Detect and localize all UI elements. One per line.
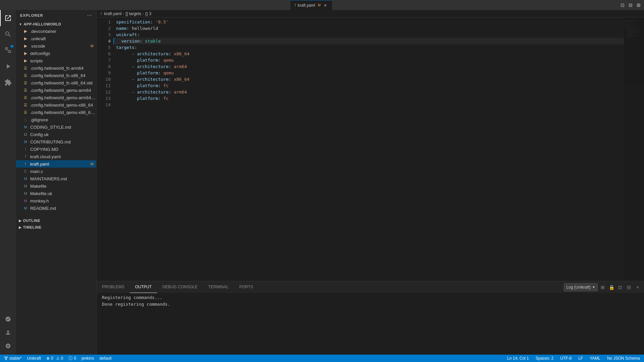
status-info-icon: ⓘ bbox=[68, 356, 72, 361]
tree-item-config-fc-x86-old[interactable]: ☰ .config.helloworld_fc-x86_64.old bbox=[16, 79, 96, 86]
outline-chevron: ▶ bbox=[19, 219, 22, 223]
tree-item-makefile-uk[interactable]: M Makefile.uk bbox=[16, 190, 96, 197]
status-bar: stable* Unikraft ⊗ 0 ⚠ 0 ⓘ 0 jenkins def… bbox=[0, 355, 644, 362]
status-spaces[interactable]: Spaces: 2 bbox=[534, 355, 555, 362]
file-icon: ☰ bbox=[23, 73, 28, 78]
tree-item-label: Makefile bbox=[30, 184, 96, 189]
status-errors[interactable]: ⊗ 0 ⚠ 0 bbox=[45, 355, 64, 362]
file-icon: M bbox=[23, 183, 28, 189]
status-position[interactable]: Ln 14, Col 1 bbox=[506, 355, 530, 362]
activity-item-account[interactable] bbox=[0, 326, 16, 339]
tab-kraft-yaml[interactable]: ! kraft.yaml M × bbox=[290, 0, 332, 10]
sidebar-more-icon[interactable]: ··· bbox=[87, 13, 92, 18]
tree-item-vscode[interactable]: ▶ .vscode M bbox=[16, 42, 96, 50]
code-line-2: name: helloworld bbox=[113, 25, 624, 32]
tree-item-label: monkey.h bbox=[30, 198, 96, 203]
tab-close-button[interactable]: × bbox=[323, 3, 328, 8]
tree-item-readme[interactable]: M README.md bbox=[16, 204, 96, 212]
file-icon: ◌ bbox=[23, 117, 28, 122]
status-language[interactable]: YAML bbox=[588, 355, 602, 362]
status-unikraft[interactable]: Unikraft bbox=[26, 355, 42, 362]
vscode-badge: M bbox=[91, 44, 94, 48]
tree-item-scripts[interactable]: ▶ scripts bbox=[16, 57, 96, 64]
tree-item-config-qemu-arm64-old[interactable]: ☰ .config.helloworld_qemu-arm64.old bbox=[16, 94, 96, 101]
status-jenkins[interactable]: jenkins bbox=[80, 355, 95, 362]
file-icon: ☰ bbox=[23, 102, 28, 108]
tree-item-label: kraft.yaml bbox=[30, 162, 91, 167]
status-branch[interactable]: stable* bbox=[3, 355, 23, 362]
activity-item-source-control[interactable] bbox=[0, 42, 16, 58]
maximize-icon[interactable]: ⊞ bbox=[636, 2, 641, 8]
status-json-schema[interactable]: No JSON Schema bbox=[606, 355, 641, 362]
tree-item-copying[interactable]: ! COPYING.MD bbox=[16, 145, 96, 153]
panel: PROBLEMS OUTPUT DEBUG CONSOLE TERMINAL P… bbox=[97, 281, 644, 355]
activity-item-explorer[interactable] bbox=[0, 10, 16, 26]
tree-item-kraft-cloud-yaml[interactable]: ! kraft.cloud.yaml bbox=[16, 153, 96, 160]
tree-item-label: .devcontainer bbox=[30, 29, 96, 34]
panel-grid-icon[interactable]: ⊞ bbox=[599, 284, 606, 291]
activity-item-settings[interactable] bbox=[0, 340, 16, 352]
panel-lock-icon[interactable]: 🔒 bbox=[608, 284, 615, 291]
status-jenkins-text: jenkins bbox=[82, 356, 94, 361]
folder-icon: ▶ bbox=[23, 28, 28, 34]
tree-item-label: .config.helloworld_fc-x86_64 bbox=[30, 73, 96, 78]
breadcrumb-file: ! kraft.yaml bbox=[101, 11, 121, 16]
status-bar-left: stable* Unikraft ⊗ 0 ⚠ 0 ⓘ 0 jenkins def… bbox=[3, 355, 113, 362]
panel-maximize-icon[interactable]: ⊟ bbox=[625, 284, 633, 291]
tree-item-maintainers[interactable]: M MAINTAINERS.md bbox=[16, 175, 96, 182]
panel-tab-problems[interactable]: PROBLEMS bbox=[97, 281, 130, 293]
tree-item-kraft-yaml[interactable]: ! kraft.yaml M bbox=[16, 160, 96, 168]
panel-tab-ports[interactable]: PORTS bbox=[234, 281, 258, 293]
tree-item-coding-style[interactable]: M CODING_STYLE.md bbox=[16, 123, 96, 131]
file-icon: M bbox=[23, 124, 28, 130]
tree-item-config-uk[interactable]: U Config.uk bbox=[16, 131, 96, 138]
tree-item-config-qemu-x86[interactable]: ☰ .config.helloworld_qemu-x86_64 bbox=[16, 101, 96, 109]
status-eol[interactable]: LF bbox=[577, 355, 584, 362]
status-info-count: 0 bbox=[74, 356, 76, 361]
tree-item-unikraft[interactable]: ▶ .unikraft bbox=[16, 35, 96, 42]
tree-item-makefile[interactable]: M Makefile bbox=[16, 182, 96, 190]
tree-item-label: .config.helloworld_fc-arm64 bbox=[30, 66, 96, 71]
panel-popout-icon[interactable]: ⊡ bbox=[616, 284, 624, 291]
tree-item-config-fc-x86[interactable]: ☰ .config.helloworld_fc-x86_64 bbox=[16, 72, 96, 79]
log-dropdown[interactable]: Log (Unikraft) ▼ bbox=[564, 283, 598, 291]
file-icon: ☰ bbox=[23, 110, 28, 115]
code-line-10: - architecture: x86_64 bbox=[113, 76, 624, 82]
panel-tab-right: Log (Unikraft) ▼ ⊞ 🔒 ⊡ ⊟ × bbox=[564, 283, 644, 291]
panel-tab-terminal[interactable]: TERMINAL bbox=[203, 281, 234, 293]
file-icon: ☰ bbox=[23, 87, 28, 93]
status-default[interactable]: default bbox=[98, 355, 113, 362]
code-line-5: targets: bbox=[113, 44, 624, 51]
activity-item-remote[interactable] bbox=[0, 313, 16, 325]
activity-item-search[interactable] bbox=[0, 26, 16, 42]
tree-item-config-qemu-arm64[interactable]: ☰ .config.helloworld_qemu-arm64 bbox=[16, 86, 96, 94]
breadcrumb-item[interactable]: {} 3 bbox=[145, 11, 151, 16]
tree-item-gitignore[interactable]: ◌ .gitignore bbox=[16, 116, 96, 123]
file-icon: C bbox=[23, 169, 28, 174]
timeline-section[interactable]: ▶ TIMELINE bbox=[16, 224, 96, 231]
panel-close-icon[interactable]: × bbox=[634, 284, 641, 291]
tree-item-label: main.c bbox=[30, 169, 96, 174]
activity-item-extensions[interactable] bbox=[0, 74, 16, 90]
tree-item-monkey-h[interactable]: H monkey.h bbox=[16, 197, 96, 204]
tree-item-defconfigs[interactable]: ▶ defconfigs bbox=[16, 50, 96, 57]
status-encoding[interactable]: UTF-8 bbox=[559, 355, 573, 362]
layout-icon[interactable]: ⊡ bbox=[620, 2, 625, 8]
tree-item-contributing[interactable]: M CONTRIBUTING.md bbox=[16, 138, 96, 145]
panel-tab-debug-console[interactable]: DEBUG CONSOLE bbox=[157, 281, 203, 293]
tree-root-folder[interactable]: ▼ APP-HELLOWORLD bbox=[16, 21, 96, 27]
tree-item-devcontainer[interactable]: ▶ .devcontainer bbox=[16, 27, 96, 35]
activity-item-run[interactable] bbox=[0, 58, 16, 74]
kraft-yaml-badge: M bbox=[91, 162, 94, 166]
breadcrumb-path[interactable]: [] targets bbox=[125, 11, 141, 16]
tree-item-label: Config.uk bbox=[30, 132, 96, 137]
tree-item-config-fc-arm64[interactable]: ☰ .config.helloworld_fc-arm64 bbox=[16, 64, 96, 72]
outline-section[interactable]: ▶ OUTLINE bbox=[16, 217, 96, 224]
tree-item-main-c[interactable]: C main.c bbox=[16, 168, 96, 175]
panel-tab-output[interactable]: OUTPUT bbox=[130, 281, 157, 293]
status-info[interactable]: ⓘ 0 bbox=[67, 355, 77, 362]
minimize-icon[interactable]: ⊟ bbox=[628, 2, 633, 8]
tree-item-label: .vscode bbox=[30, 44, 91, 49]
code-lines[interactable]: specification: '0.5'name: helloworldunik… bbox=[113, 17, 624, 281]
tree-item-config-qemu-x86-old[interactable]: ☰ .config.helloworld_qemu-x86_64.old bbox=[16, 109, 96, 116]
